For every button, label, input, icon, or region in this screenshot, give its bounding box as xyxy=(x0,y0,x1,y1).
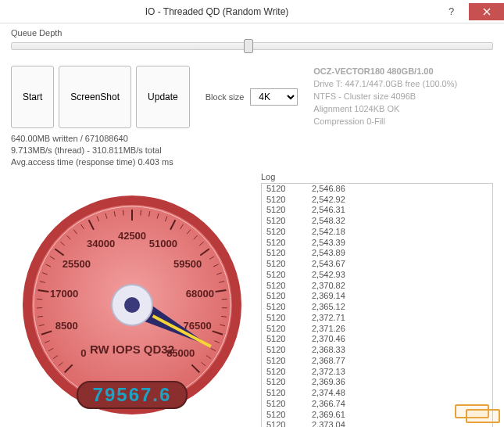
log-row: 51202,548.32 xyxy=(262,216,492,227)
help-button[interactable]: ? xyxy=(434,3,469,20)
drive-name: OCZ-VECTOR180 480GB/1.00 xyxy=(313,66,457,78)
log-row: 51202,365.12 xyxy=(262,302,492,313)
svg-text:17000: 17000 xyxy=(50,288,78,300)
log-row: 51202,546.31 xyxy=(262,205,492,216)
gauge-label: RW IOPS QD32 xyxy=(90,343,174,356)
stats-block: 640.00MB written / 671088640 9.713MB/s (… xyxy=(11,133,493,169)
watermark-icon xyxy=(455,404,500,423)
queue-depth-label: Queue Depth xyxy=(11,28,493,38)
log-row: 51202,368.77 xyxy=(262,356,492,367)
svg-line-44 xyxy=(123,210,124,215)
svg-text:8500: 8500 xyxy=(55,320,78,332)
svg-text:42500: 42500 xyxy=(118,230,146,242)
drive-align: Alignment 1024KB OK xyxy=(313,103,457,116)
svg-text:51000: 51000 xyxy=(149,237,177,249)
block-size-select[interactable]: 4K xyxy=(250,88,298,106)
log-row: 51202,542.93 xyxy=(262,270,492,281)
update-button[interactable]: Update xyxy=(136,66,190,128)
log-row: 51202,543.67 xyxy=(262,259,492,270)
close-icon xyxy=(483,8,491,16)
gauge-readout: 79567.6 xyxy=(93,384,172,405)
window-title: IO - Threaded QD (Random Write) xyxy=(0,6,434,17)
drive-info: OCZ-VECTOR180 480GB/1.00 Drive T: 447.1/… xyxy=(313,66,457,128)
close-button[interactable] xyxy=(469,3,504,20)
log-row: 51202,370.46 xyxy=(262,334,492,345)
log-row: 51202,371.26 xyxy=(262,324,492,335)
svg-text:59500: 59500 xyxy=(173,258,202,270)
log-label: Log xyxy=(261,172,493,181)
svg-point-68 xyxy=(124,297,140,313)
svg-line-45 xyxy=(141,210,141,215)
screenshot-button[interactable]: ScreenShot xyxy=(59,66,131,128)
log-row: 51202,374.48 xyxy=(262,388,492,399)
drive-fs: NTFS - Cluster size 4096B xyxy=(313,91,457,103)
svg-text:0: 0 xyxy=(80,347,86,359)
log-row: 51202,542.92 xyxy=(262,195,492,206)
stats-written: 640.00MB written / 671088640 xyxy=(11,133,493,145)
log-row: 51202,546.86 xyxy=(262,184,492,195)
log-row: 51202,368.33 xyxy=(262,345,492,356)
log-list[interactable]: 51202,546.8651202,542.9251202,546.315120… xyxy=(261,183,493,427)
log-row: 51202,370.82 xyxy=(262,281,492,292)
block-size-label: Block size xyxy=(206,92,245,102)
log-row: 51202,372.71 xyxy=(262,313,492,324)
log-row: 51202,542.18 xyxy=(262,227,492,238)
stats-throughput: 9.713MB/s (thread) - 310.811MB/s total xyxy=(11,145,493,156)
log-row: 51202,543.89 xyxy=(262,248,492,259)
svg-text:68000: 68000 xyxy=(186,288,214,300)
log-row: 51202,372.13 xyxy=(262,367,492,378)
title-bar: IO - Threaded QD (Random Write) ? xyxy=(0,0,504,23)
svg-text:76500: 76500 xyxy=(184,320,212,332)
stats-latency: Avg.access time (response time) 0.403 ms xyxy=(11,156,493,168)
drive-compress: Compression 0-Fill xyxy=(313,116,457,128)
queue-depth-slider[interactable] xyxy=(11,39,493,53)
log-row: 51202,369.36 xyxy=(262,377,492,388)
iops-gauge: 0850017000255003400042500510005950068000… xyxy=(11,172,253,427)
log-row: 51202,543.39 xyxy=(262,238,492,249)
start-button[interactable]: Start xyxy=(11,66,54,128)
drive-free: Drive T: 447.1/447.0GB free (100.0%) xyxy=(313,78,457,91)
log-row: 51202,369.14 xyxy=(262,291,492,302)
svg-text:34000: 34000 xyxy=(87,237,115,249)
svg-text:25500: 25500 xyxy=(63,258,91,270)
